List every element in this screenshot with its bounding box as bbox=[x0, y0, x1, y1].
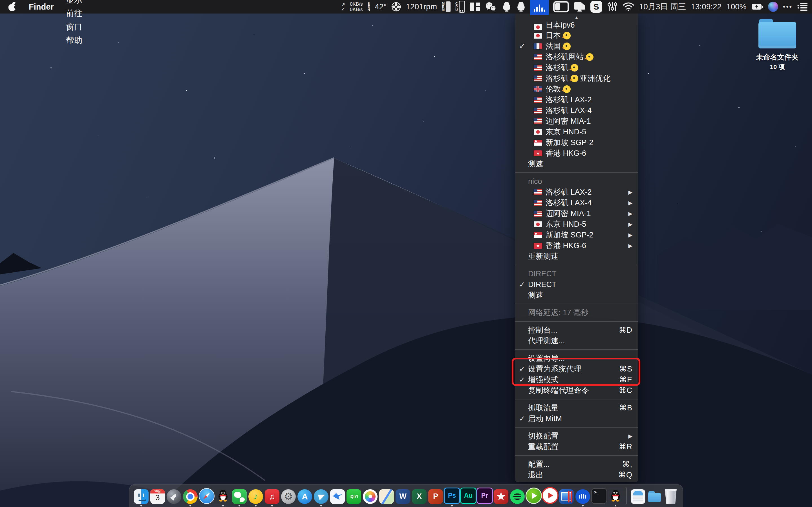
dock-netease-music[interactable] bbox=[264, 485, 280, 507]
menubar-menu-4[interactable]: 窗口 bbox=[60, 20, 88, 34]
menu-item-东京 HND-5[interactable]: 东京 HND-5▶ bbox=[515, 219, 638, 230]
menu-item-东京 HND-5[interactable]: 东京 HND-5 bbox=[515, 126, 638, 137]
menu-item-日本ipv6[interactable]: 日本ipv6 bbox=[515, 21, 638, 30]
dock-launchpad[interactable] bbox=[166, 485, 182, 507]
menu-item-洛杉矶 LAX-2[interactable]: 洛杉矶 LAX-2▶ bbox=[515, 187, 638, 198]
dock-tim[interactable] bbox=[607, 485, 624, 507]
menu-item-洛杉矶[interactable]: 洛杉矶 bbox=[515, 62, 638, 73]
date-text[interactable]: 10月3日 周三 bbox=[639, 1, 686, 12]
menu-item-设置为系统代理[interactable]: ✓设置为系统代理⌘S bbox=[515, 363, 638, 374]
siri-icon[interactable] bbox=[768, 2, 778, 12]
dock-terminal[interactable]: >_ bbox=[591, 485, 607, 507]
dock-finder[interactable] bbox=[133, 485, 149, 507]
dock-chrome[interactable] bbox=[182, 485, 199, 507]
menubar-menu-3[interactable]: 前往 bbox=[60, 7, 88, 20]
dock-video-player-green[interactable] bbox=[525, 485, 542, 507]
menu-item-日本[interactable]: 日本 bbox=[515, 30, 638, 41]
menu-item-法国[interactable]: ✓法国 bbox=[515, 41, 638, 52]
menu-item-启动 MitM[interactable]: ✓启动 MitM bbox=[515, 413, 638, 424]
wifi-icon[interactable] bbox=[622, 2, 635, 11]
dock-downloads-folder[interactable] bbox=[646, 485, 663, 507]
menubar-menu-5[interactable]: 帮助 bbox=[60, 34, 88, 47]
dock-mathematica[interactable] bbox=[493, 485, 509, 507]
menu-item-代理测速...[interactable]: 代理测速... bbox=[515, 335, 638, 346]
menu-item-DIRECT[interactable]: ✓DIRECT bbox=[515, 279, 638, 290]
menubar-menu-2[interactable]: 显示 bbox=[60, 0, 88, 7]
tim-icon[interactable] bbox=[516, 1, 526, 12]
menu-item-增强模式[interactable]: ✓增强模式⌘E bbox=[515, 374, 638, 385]
network-speed-text[interactable]: 0KB/s0KB/s bbox=[350, 1, 363, 12]
dock-photoshop[interactable]: Ps bbox=[444, 485, 460, 507]
dock-word[interactable]: W bbox=[395, 485, 411, 507]
dock-system-preferences[interactable] bbox=[280, 485, 297, 507]
dock-wechat[interactable] bbox=[231, 485, 248, 507]
menu-item-退出[interactable]: 退出⌘Q bbox=[515, 469, 638, 480]
menu-item-新加坡 SGP-2[interactable]: 新加坡 SGP-2▶ bbox=[515, 230, 638, 240]
dock-excel[interactable]: X bbox=[411, 485, 427, 507]
more-status-items-icon[interactable]: ••• bbox=[783, 3, 793, 11]
menu-item-配置...[interactable]: 配置...⌘, bbox=[515, 459, 638, 469]
menu-item-洛杉矶[interactable]: 洛杉矶亚洲优化 bbox=[515, 73, 638, 83]
dock-proxy-app[interactable]: ıllı bbox=[574, 485, 591, 507]
menu-item-shortcut: ⌘B bbox=[619, 403, 632, 412]
menu-item-测速[interactable]: 测速 bbox=[515, 159, 638, 169]
menu-item-切换配置[interactable]: 切换配置▶ bbox=[515, 431, 638, 441]
dock-qq[interactable] bbox=[215, 485, 231, 507]
menu-item-洛杉矶网站[interactable]: 洛杉矶网站 bbox=[515, 52, 638, 62]
menu-item-香港 HKG-6[interactable]: 香港 HKG-6▶ bbox=[515, 240, 638, 251]
temperature-text[interactable]: 42° bbox=[375, 2, 387, 11]
menu-item-洛杉矶 LAX-4[interactable]: 洛杉矶 LAX-4▶ bbox=[515, 198, 638, 208]
menu-item-重载配置[interactable]: 重载配置⌘R bbox=[515, 441, 638, 452]
dock-audition[interactable]: Au bbox=[460, 485, 476, 507]
cpu-meter[interactable]: CPU bbox=[455, 1, 465, 13]
sliders-icon[interactable] bbox=[607, 1, 618, 12]
window-manager-icon[interactable] bbox=[470, 2, 480, 11]
toggle-switch-icon[interactable] bbox=[553, 1, 569, 12]
notification-list-icon[interactable] bbox=[797, 3, 808, 11]
menu-item-设置向导...[interactable]: 设置向导... bbox=[515, 353, 638, 363]
menu-item-香港 HKG-6[interactable]: 香港 HKG-6 bbox=[515, 148, 638, 159]
dock-video-player-red[interactable] bbox=[542, 485, 558, 507]
dock-spotify[interactable] bbox=[509, 485, 525, 507]
apple-menu-icon[interactable] bbox=[8, 3, 16, 11]
menu-item-重新测速[interactable]: 重新测速 bbox=[515, 251, 638, 262]
dock-thunder[interactable] bbox=[329, 485, 346, 507]
menu-item-label: 重载配置 bbox=[528, 442, 559, 452]
dock-premiere[interactable]: Pr bbox=[476, 485, 493, 507]
display-icon[interactable] bbox=[574, 2, 586, 12]
time-text[interactable]: 13:09:22 bbox=[691, 2, 721, 11]
menu-item-抓取流量[interactable]: 抓取流量⌘B bbox=[515, 402, 638, 413]
dock-telegram[interactable] bbox=[313, 485, 329, 507]
s-app-icon[interactable]: S bbox=[591, 1, 602, 13]
dock-maps[interactable] bbox=[378, 485, 395, 507]
menu-item-label: 配置... bbox=[528, 459, 550, 469]
menu-item-控制台...[interactable]: 控制台...⌘D bbox=[515, 325, 638, 335]
memory-meter[interactable]: MEM bbox=[442, 1, 451, 12]
menu-item-复制终端代理命令[interactable]: 复制终端代理命令⌘C bbox=[515, 385, 638, 396]
menu-item-测速[interactable]: 测速 bbox=[515, 290, 638, 300]
dock-iqiyi[interactable]: iQIYI bbox=[346, 485, 362, 507]
battery-icon[interactable] bbox=[751, 4, 763, 10]
dock-safari[interactable] bbox=[199, 485, 215, 507]
dock-powerpoint[interactable]: P bbox=[427, 485, 444, 507]
desktop-folder-untitled[interactable]: 未命名文件夹 10 项 bbox=[753, 19, 801, 71]
dock-app-store[interactable]: A bbox=[297, 485, 313, 507]
menu-item-迈阿密 MIA-1[interactable]: 迈阿密 MIA-1 bbox=[515, 116, 638, 126]
network-arrows-icon[interactable]: ↗↙ bbox=[341, 3, 345, 11]
wechat-icon[interactable] bbox=[485, 2, 497, 12]
dock-parallels[interactable] bbox=[558, 485, 574, 507]
menu-item-洛杉矶 LAX-4[interactable]: 洛杉矶 LAX-4 bbox=[515, 105, 638, 116]
menu-item-新加坡 SGP-2[interactable]: 新加坡 SGP-2 bbox=[515, 137, 638, 148]
active-app-name[interactable]: Finder bbox=[22, 2, 60, 11]
menu-item-伦敦[interactable]: 伦敦 bbox=[515, 83, 638, 94]
menu-item-迈阿密 MIA-1[interactable]: 迈阿密 MIA-1▶ bbox=[515, 208, 638, 219]
dock-trash[interactable] bbox=[663, 485, 679, 507]
dock-qq-music[interactable] bbox=[248, 485, 264, 507]
menu-item-洛杉矶 LAX-2[interactable]: 洛杉矶 LAX-2 bbox=[515, 94, 638, 105]
qq-icon[interactable] bbox=[502, 1, 511, 12]
dock-recent-stack[interactable] bbox=[630, 485, 646, 507]
fan-rpm-text[interactable]: 1201rpm bbox=[406, 2, 437, 11]
dock-calendar[interactable]: 10月3 bbox=[149, 485, 166, 507]
dock-photos[interactable] bbox=[362, 485, 378, 507]
proxy-menu-icon-active[interactable] bbox=[530, 0, 549, 15]
